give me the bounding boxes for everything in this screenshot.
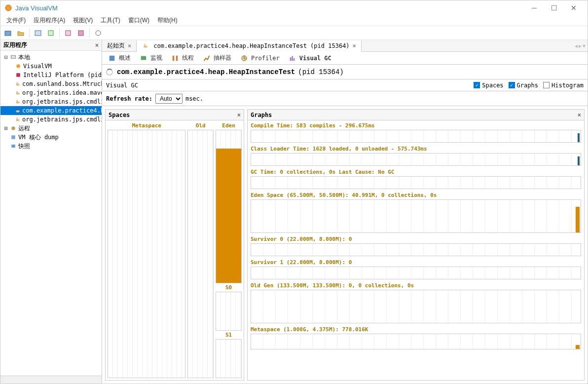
refresh-select[interactable]: Auto bbox=[155, 94, 183, 104]
java-icon bbox=[14, 80, 21, 87]
svg-point-0 bbox=[5, 5, 11, 11]
menu-window[interactable]: 窗口(W) bbox=[124, 15, 153, 26]
tree-node-snapshot[interactable]: 快照 bbox=[0, 142, 102, 151]
menu-tools[interactable]: 工具(T) bbox=[97, 15, 124, 26]
optbar-label: Visual GC bbox=[106, 82, 469, 89]
page-header: com.example.practice4.heap.HeapInstanceT… bbox=[102, 65, 588, 79]
graph-eden bbox=[251, 199, 581, 233]
subtab-monitor[interactable]: 监视 bbox=[138, 53, 164, 63]
svg-rect-26 bbox=[294, 58, 295, 61]
tree-node-vmdump[interactable]: VM 核心 dump bbox=[0, 133, 102, 142]
tab-nav: ◂ ▸ ▾ bbox=[573, 40, 588, 51]
graph-classloader bbox=[251, 153, 581, 166]
vvm-icon bbox=[14, 63, 22, 70]
tab-start[interactable]: 起始页 × bbox=[102, 40, 137, 51]
svg-rect-9 bbox=[16, 73, 20, 77]
app-tree[interactable]: ⊟ 本地 VisualVM IntelliJ Platform (pid com… bbox=[0, 51, 102, 376]
gridbox-metaspace bbox=[108, 130, 185, 378]
graph-oldgen bbox=[251, 290, 581, 323]
sidebar-title: 应用程序 bbox=[3, 41, 27, 49]
tree-node-remote[interactable]: ⊞ 远程 bbox=[0, 124, 102, 133]
svg-rect-16 bbox=[11, 135, 15, 139]
tb-plugin-icon[interactable] bbox=[63, 28, 74, 38]
subtab-threads[interactable]: 线程 bbox=[169, 53, 196, 63]
svg-point-10 bbox=[16, 83, 20, 86]
graphs-panel: Graphs × Compile Time: 583 compiles - 29… bbox=[247, 109, 585, 381]
svg-point-18 bbox=[144, 45, 147, 48]
label-s0: S0 bbox=[216, 284, 242, 291]
spaces-panel: Spaces × Metaspace Old Eden S0 bbox=[105, 109, 244, 381]
subtab-profiler[interactable]: Profiler bbox=[238, 54, 282, 63]
close-icon[interactable]: × bbox=[237, 112, 241, 118]
tab-close-icon[interactable]: × bbox=[353, 42, 356, 49]
svg-rect-2 bbox=[35, 31, 41, 36]
tree-item-intellij[interactable]: IntelliJ Platform (pid bbox=[0, 71, 102, 79]
label-eden: Eden bbox=[216, 122, 242, 129]
svg-point-15 bbox=[11, 126, 15, 130]
minimize-button[interactable]: ─ bbox=[524, 2, 544, 14]
close-button[interactable]: ✕ bbox=[564, 2, 584, 14]
svg-rect-24 bbox=[290, 57, 292, 61]
svg-rect-20 bbox=[141, 56, 147, 60]
window-title: Java VisualVM bbox=[15, 4, 58, 12]
svg-point-14 bbox=[16, 119, 20, 121]
subtab-visualgc[interactable]: Visual GC bbox=[287, 54, 333, 63]
tb-dump-icon[interactable] bbox=[33, 28, 43, 38]
tb-open-icon[interactable] bbox=[2, 28, 13, 38]
svg-rect-25 bbox=[292, 56, 293, 61]
graph-compile bbox=[251, 130, 581, 143]
computer-icon bbox=[9, 54, 17, 61]
page-title: com.example.practice4.heap.HeapInstanceT… bbox=[117, 68, 295, 76]
svg-point-8 bbox=[16, 64, 20, 68]
tab-app[interactable]: com.example.practice4.heap.HeapInstanceT… bbox=[137, 40, 362, 52]
tree-root-local[interactable]: ⊟ 本地 bbox=[0, 53, 102, 62]
svg-rect-1 bbox=[5, 31, 11, 36]
label-s1: S1 bbox=[216, 332, 242, 338]
java-icon bbox=[142, 42, 149, 49]
tree-item[interactable]: org.jetbrains.idea.mave bbox=[0, 88, 102, 97]
tb-load-icon[interactable] bbox=[45, 28, 56, 38]
tb-folder-icon[interactable] bbox=[15, 28, 26, 38]
tree-item-visualvm[interactable]: VisualVM bbox=[0, 62, 102, 71]
subtab-sampler[interactable]: 抽样器 bbox=[201, 53, 233, 63]
graph-label-s0: Survivor 0 (22.000M, 8.000M): 0 bbox=[251, 236, 581, 242]
refresh-label: Refresh rate: bbox=[106, 95, 152, 102]
subtab-overview[interactable]: 概述 bbox=[106, 53, 133, 63]
maximize-button[interactable]: ☐ bbox=[544, 2, 564, 14]
refresh-unit: msec. bbox=[185, 95, 203, 102]
nav-left-icon[interactable]: ◂ bbox=[575, 42, 578, 49]
tree-item[interactable]: org.jetbrains.jps.cmdli bbox=[0, 97, 102, 106]
tree-item[interactable]: com.sunland.boss.Mtruck bbox=[0, 79, 102, 88]
svg-rect-5 bbox=[78, 31, 83, 36]
tb-plugin2-icon[interactable] bbox=[75, 28, 86, 38]
tb-settings-icon[interactable] bbox=[93, 28, 104, 38]
chk-graphs[interactable]: ✓Graphs bbox=[509, 82, 538, 89]
intellij-icon bbox=[14, 72, 22, 78]
chk-histogram[interactable]: Histogram bbox=[543, 82, 584, 89]
menu-apps[interactable]: 应用程序(A) bbox=[30, 15, 69, 26]
menu-view[interactable]: 视图(V) bbox=[69, 15, 97, 26]
graph-label-oldgen: Old Gen (133.500M, 133.500M): 0, 0 colle… bbox=[251, 282, 581, 289]
menu-file[interactable]: 文件(F) bbox=[2, 15, 30, 26]
menu-help[interactable]: 帮助(H) bbox=[153, 15, 182, 26]
titlebar: Java VisualVM ─ ☐ ✕ bbox=[0, 0, 588, 15]
close-icon[interactable]: × bbox=[578, 112, 581, 118]
gridbox-eden bbox=[216, 130, 242, 283]
java-icon bbox=[14, 98, 21, 105]
svg-point-11 bbox=[16, 92, 20, 95]
chk-spaces[interactable]: ✓Spaces bbox=[474, 82, 503, 89]
menubar: 文件(F) 应用程序(A) 视图(V) 工具(T) 窗口(W) 帮助(H) bbox=[0, 15, 588, 26]
svg-point-12 bbox=[16, 101, 20, 104]
dump-icon bbox=[9, 134, 17, 141]
java-icon bbox=[14, 107, 21, 114]
sidebar-scrollbar[interactable] bbox=[0, 376, 102, 384]
graph-metaspace bbox=[251, 334, 581, 349]
nav-menu-icon[interactable]: ▾ bbox=[583, 42, 586, 49]
tree-item[interactable]: org.jetbrains.jps.cmdli bbox=[0, 115, 102, 124]
nav-right-icon[interactable]: ▸ bbox=[579, 42, 582, 49]
tree-item-selected[interactable]: com.example.practice4.h bbox=[0, 106, 102, 115]
gridbox-s1 bbox=[216, 339, 242, 378]
sidebar-close-icon[interactable]: × bbox=[95, 42, 99, 49]
tab-close-icon[interactable]: × bbox=[128, 42, 131, 49]
tabbar: 起始页 × com.example.practice4.heap.HeapIns… bbox=[102, 40, 588, 52]
